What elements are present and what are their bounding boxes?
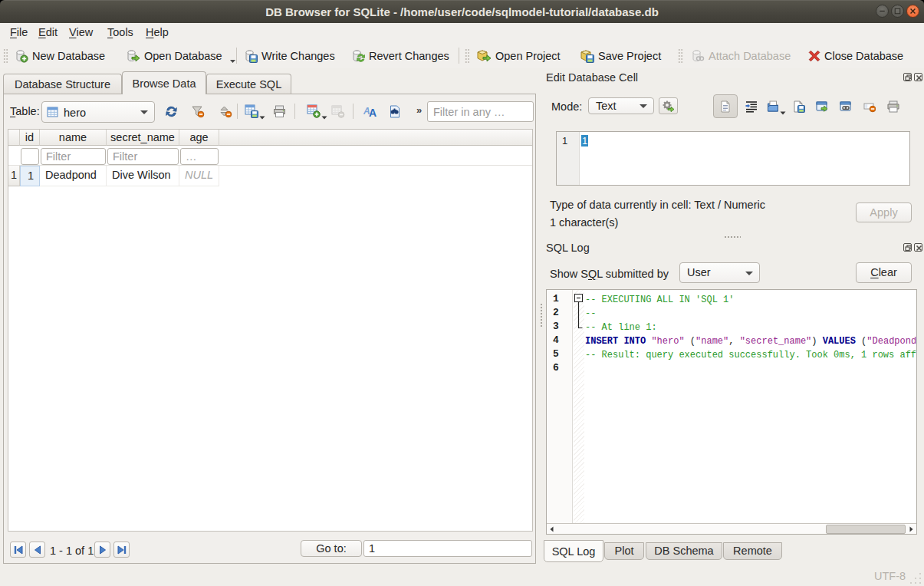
svg-text:A: A: [369, 107, 377, 118]
